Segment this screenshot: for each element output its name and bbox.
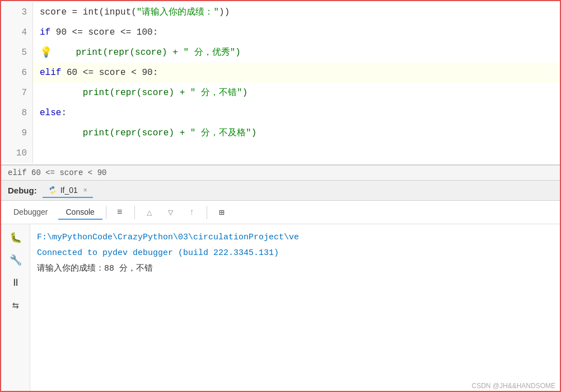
- code-token: else: [40, 106, 61, 120]
- debug-content: F:\myPythonCode\CrazyPython\03\circulati…: [30, 224, 561, 392]
- line-content: elif 60 <= score < 90:: [33, 63, 561, 83]
- debug-toolbar: Debugger Console ≡ △ ▽ ↑ ⊞: [1, 201, 561, 224]
- code-token: )): [219, 6, 230, 19]
- code-line: 4if 90 <= score <= 100:: [2, 22, 561, 42]
- status-bar: elif 60 <= score < 90: [1, 165, 561, 181]
- line-content: if 90 <= score <= 100:: [33, 22, 561, 42]
- line-number: 9: [2, 123, 33, 143]
- code-token: print(repr(score) +: [40, 126, 190, 140]
- toolbar-menu-icon[interactable]: ≡: [110, 202, 130, 223]
- code-line: 7 print(repr(score) + " 分，不错"): [2, 83, 561, 103]
- toolbar-down-icon[interactable]: ▽: [161, 202, 181, 223]
- line-content: [33, 143, 561, 163]
- code-token: " 分，不错": [190, 86, 242, 100]
- debug-panel: 🐛 🔧 ⏸ ⇄ F:\myPythonCode\CrazyPython\03\c…: [1, 224, 561, 392]
- line-number: 10: [2, 143, 33, 163]
- line-content: print(repr(score) + " 分，不错"): [33, 83, 561, 103]
- sidebar-tool-icon[interactable]: 🔧: [7, 251, 25, 269]
- code-line: 10: [2, 143, 561, 163]
- code-token: "请输入你的成绩：": [137, 6, 219, 19]
- tab-console[interactable]: Console: [58, 205, 102, 220]
- code-editor: 3score = int(input("请输入你的成绩："))4if 90 <=…: [1, 1, 561, 165]
- toolbar-up-icon[interactable]: △: [139, 202, 160, 223]
- bulb-icon: 💡: [40, 46, 52, 59]
- line-content: print(repr(score) + " 分，不及格"): [33, 123, 561, 143]
- line-number: 7: [2, 83, 33, 103]
- main-window: 3score = int(input("请输入你的成绩："))4if 90 <=…: [1, 1, 561, 392]
- code-token: ): [235, 46, 241, 59]
- code-line: 3score = int(input("请输入你的成绩：")): [2, 2, 561, 22]
- line-content: else:: [33, 103, 561, 123]
- tab-name: If_01: [60, 186, 78, 195]
- code-token: score = int(input(: [40, 6, 137, 19]
- watermark: CSDN @JH&&HANDSOME: [471, 382, 555, 390]
- console-area: F:\myPythonCode\CrazyPython\03\circulati…: [30, 224, 561, 282]
- code-token: :: [61, 106, 67, 120]
- code-token: print(repr(score) +: [54, 46, 183, 59]
- code-line: 6elif 60 <= score < 90:: [2, 63, 561, 83]
- line-number: 6: [2, 63, 33, 83]
- code-line: 8else:: [2, 103, 561, 123]
- debug-sidebar: 🐛 🔧 ⏸ ⇄: [1, 224, 30, 392]
- sidebar-redirect-icon[interactable]: ⇄: [7, 296, 25, 314]
- code-token: 60 <= score < 90: [67, 66, 153, 79]
- line-number: 4: [2, 22, 33, 42]
- tab-close[interactable]: ×: [83, 186, 87, 194]
- line-number: 8: [2, 103, 33, 123]
- line-content: score = int(input("请输入你的成绩：")): [33, 2, 561, 22]
- debug-label: Debug:: [8, 186, 37, 195]
- line-number: 3: [2, 2, 33, 22]
- console-line: 请输入你的成绩：88 分，不错: [37, 261, 555, 277]
- toolbar-up2-icon[interactable]: ↑: [182, 202, 202, 223]
- code-token: :: [153, 66, 158, 79]
- code-token: " 分，优秀": [183, 46, 235, 59]
- toolbar-actions: ≡ △ ▽ ↑ ⊞: [110, 202, 232, 223]
- code-table: 3score = int(input("请输入你的成绩："))4if 90 <=…: [1, 1, 561, 164]
- debug-tab[interactable]: If_01 ×: [43, 183, 93, 198]
- code-token: ): [251, 126, 257, 140]
- code-line: 5💡 print(repr(score) + " 分，优秀"): [2, 42, 561, 63]
- line-number: 5: [2, 42, 33, 63]
- code-token: ): [242, 86, 248, 100]
- python-icon: [48, 186, 57, 195]
- code-token: elif: [40, 66, 67, 79]
- sidebar-bug-icon[interactable]: 🐛: [7, 229, 25, 247]
- code-token: " 分，不及格": [190, 126, 251, 140]
- toolbar-grid-icon[interactable]: ⊞: [212, 202, 232, 223]
- code-line: 9 print(repr(score) + " 分，不及格"): [2, 123, 561, 143]
- toolbar-divider-1: [106, 206, 106, 219]
- debug-tabbar: Debug: If_01 ×: [1, 181, 561, 201]
- code-token: :: [153, 26, 158, 39]
- toolbar-divider-2: [134, 206, 135, 219]
- tab-debugger[interactable]: Debugger: [6, 205, 56, 220]
- toolbar-divider-3: [207, 206, 207, 219]
- status-text: elif 60 <= score < 90: [8, 168, 106, 177]
- console-line: F:\myPythonCode\CrazyPython\03\circulati…: [37, 230, 555, 245]
- tab-buttons: Debugger Console: [6, 205, 102, 220]
- code-token: if: [40, 26, 56, 39]
- line-content: 💡 print(repr(score) + " 分，优秀"): [33, 42, 561, 63]
- console-line: Connected to pydev debugger (build 222.3…: [37, 245, 555, 261]
- code-token: print(repr(score) +: [40, 86, 190, 100]
- sidebar-pause-icon[interactable]: ⏸: [7, 273, 25, 291]
- code-token: 90 <= score <= 100: [56, 26, 153, 39]
